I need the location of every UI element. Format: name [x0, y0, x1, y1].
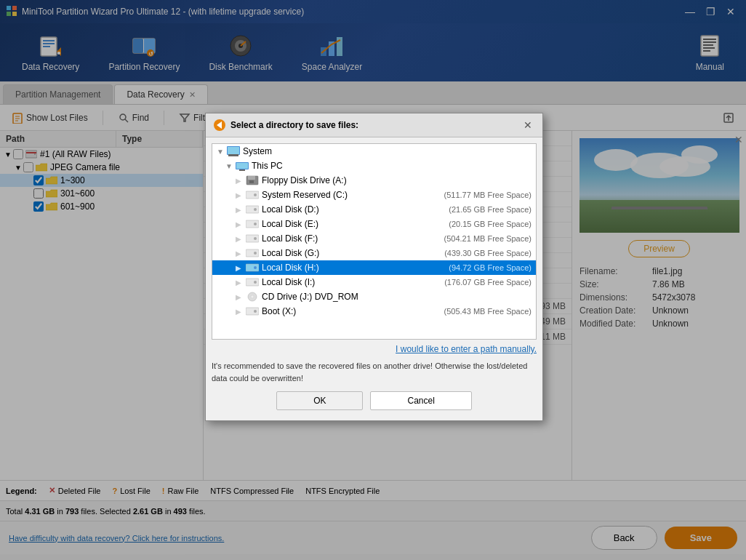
warning-text: It's recommended to save the recovered f… — [212, 360, 537, 384]
dialog-ok-button[interactable]: OK — [276, 391, 363, 410]
dialog-close-button[interactable]: ✕ — [521, 118, 535, 132]
svg-rect-78 — [246, 206, 259, 213]
svg-rect-88 — [246, 279, 259, 286]
folder-name: This PC — [252, 161, 532, 171]
svg-point-91 — [251, 295, 254, 298]
drive-i-icon — [246, 277, 259, 287]
expand-icon[interactable]: ▶ — [236, 279, 246, 287]
svg-rect-76 — [246, 191, 259, 199]
dialog-title-icon — [213, 119, 226, 132]
folder-row-h[interactable]: ▶ Local Disk (H:) (94.72 GB Free Space) — [212, 260, 536, 275]
folder-name: Local Disk (G:) — [262, 248, 444, 258]
svg-point-93 — [254, 310, 257, 313]
save-directory-dialog: Select a directory to save files: ✕ ▼ Sy… — [205, 113, 543, 421]
svg-rect-84 — [246, 249, 259, 257]
system-icon — [227, 146, 240, 156]
svg-rect-75 — [249, 180, 254, 183]
folder-row-f[interactable]: ▶ Local Disk (F:) (504.21 MB Free Space) — [212, 231, 536, 246]
dialog-titlebar: Select a directory to save files: ✕ — [206, 113, 542, 137]
folder-name: Local Disk (E:) — [262, 219, 449, 229]
folder-row-x[interactable]: ▶ Boot (X:) (505.43 MB Free Space) — [212, 304, 536, 319]
svg-point-85 — [254, 252, 257, 255]
svg-point-77 — [254, 193, 257, 196]
dialog-cancel-button[interactable]: Cancel — [370, 391, 471, 410]
svg-rect-92 — [246, 308, 259, 315]
folder-space: (94.72 GB Free Space) — [449, 263, 532, 272]
drive-c-icon — [246, 190, 259, 200]
dialog-buttons: OK Cancel — [212, 391, 537, 415]
cd-icon — [246, 292, 259, 302]
folder-name: Local Disk (D:) — [262, 204, 449, 215]
svg-point-89 — [254, 281, 257, 284]
folder-tree[interactable]: ▼ System ▼ This PC ▶ — [212, 143, 537, 340]
expand-icon[interactable]: ▶ — [236, 220, 246, 228]
svg-point-87 — [254, 266, 257, 269]
dialog-title: Select a directory to save files: — [213, 119, 358, 132]
folder-row-e[interactable]: ▶ Local Disk (E:) (20.15 GB Free Space) — [212, 217, 536, 231]
this-pc-icon — [236, 161, 249, 171]
svg-rect-71 — [236, 163, 248, 169]
folder-row-system[interactable]: ▼ System — [212, 144, 536, 159]
drive-f-icon — [246, 233, 259, 244]
folder-row-this-pc[interactable]: ▼ This PC — [212, 159, 536, 173]
svg-rect-82 — [246, 235, 259, 242]
drive-x-icon — [246, 306, 259, 316]
folder-name: System — [243, 146, 532, 156]
folder-space: (176.07 GB Free Space) — [444, 278, 532, 287]
drive-h-icon — [246, 263, 259, 273]
expand-icon[interactable]: ▶ — [236, 308, 246, 316]
svg-rect-69 — [228, 154, 238, 156]
expand-icon[interactable]: ▶ — [236, 264, 246, 272]
drive-g-icon — [246, 248, 259, 258]
manual-path-link[interactable]: I would like to enter a path manually. — [212, 344, 537, 354]
folder-row-d[interactable]: ▶ Local Disk (D:) (21.65 GB Free Space) — [212, 202, 536, 217]
dialog-title-label: Select a directory to save files: — [230, 120, 358, 130]
svg-point-79 — [254, 208, 257, 211]
folder-name: System Reserved (C:) — [262, 190, 444, 200]
svg-point-83 — [254, 237, 257, 240]
folder-row-j[interactable]: ▶ CD Drive (J:) DVD_ROM — [212, 289, 536, 304]
expand-icon[interactable]: ▼ — [217, 148, 227, 156]
svg-rect-72 — [239, 169, 245, 171]
drive-e-icon — [246, 219, 259, 229]
expand-icon[interactable]: ▶ — [236, 191, 246, 199]
folder-name: Boot (X:) — [262, 306, 444, 316]
svg-point-81 — [254, 223, 257, 225]
folder-row-c[interactable]: ▶ System Reserved (C:) (511.77 MB Free S… — [212, 188, 536, 202]
folder-name: CD Drive (J:) DVD_ROM — [262, 292, 532, 302]
folder-row-floppy[interactable]: ▶ Floppy Disk Drive (A:) — [212, 173, 536, 188]
folder-space: (20.15 GB Free Space) — [449, 220, 532, 228]
folder-space: (439.30 GB Free Space) — [444, 249, 532, 257]
svg-rect-80 — [246, 220, 259, 228]
expand-icon[interactable]: ▼ — [225, 162, 236, 170]
folder-space: (511.77 MB Free Space) — [444, 191, 532, 199]
expand-icon[interactable]: ▶ — [236, 249, 246, 257]
expand-icon[interactable]: ▶ — [236, 293, 246, 301]
expand-icon[interactable]: ▶ — [236, 206, 246, 214]
svg-rect-74 — [248, 176, 255, 180]
folder-space: (504.21 MB Free Space) — [444, 234, 532, 243]
svg-rect-86 — [246, 264, 259, 271]
folder-name: Local Disk (F:) — [262, 233, 444, 244]
folder-row-i[interactable]: ▶ Local Disk (I:) (176.07 GB Free Space) — [212, 275, 536, 289]
folder-row-g[interactable]: ▶ Local Disk (G:) (439.30 GB Free Space) — [212, 246, 536, 260]
folder-name: Local Disk (I:) — [262, 277, 444, 287]
folder-space: (21.65 GB Free Space) — [449, 205, 532, 214]
svg-rect-68 — [228, 147, 239, 154]
dialog-body: ▼ System ▼ This PC ▶ — [206, 137, 542, 420]
folder-space: (505.43 MB Free Space) — [444, 307, 532, 316]
drive-d-icon — [246, 204, 259, 215]
expand-icon[interactable]: ▶ — [236, 235, 246, 243]
folder-name: Local Disk (H:) — [262, 263, 449, 273]
expand-icon[interactable]: ▶ — [236, 177, 246, 185]
floppy-icon — [246, 175, 259, 185]
folder-name: Floppy Disk Drive (A:) — [262, 175, 532, 185]
